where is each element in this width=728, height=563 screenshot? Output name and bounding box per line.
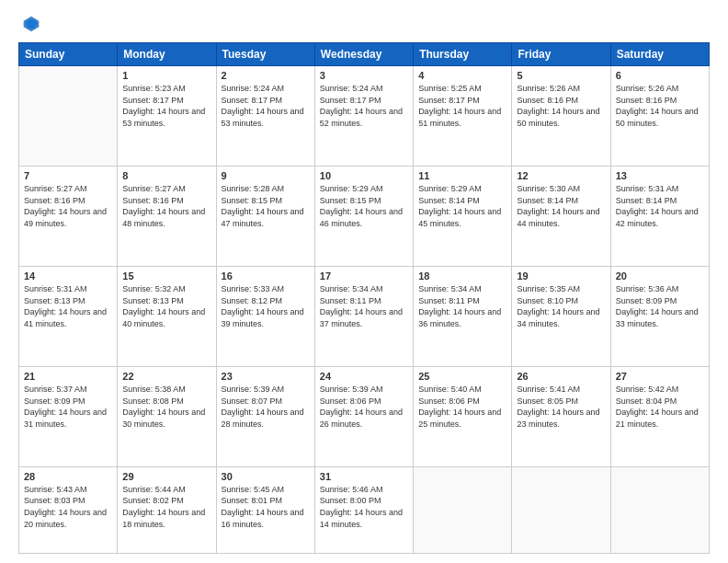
table-row: 6Sunrise: 5:26 AMSunset: 8:16 PMDaylight… [610,66,709,167]
day-info: Sunrise: 5:46 AMSunset: 8:00 PMDaylight:… [320,484,408,530]
table-row: 24Sunrise: 5:39 AMSunset: 8:06 PMDayligh… [314,366,413,466]
day-number: 28 [24,471,112,482]
table-row: 10Sunrise: 5:29 AMSunset: 8:15 PMDayligh… [314,166,413,266]
header-thursday: Thursday [414,43,512,66]
day-number: 14 [24,270,112,282]
table-row: 23Sunrise: 5:39 AMSunset: 8:07 PMDayligh… [216,366,314,466]
table-row: 4Sunrise: 5:25 AMSunset: 8:17 PMDaylight… [414,66,512,167]
table-row: 13Sunrise: 5:31 AMSunset: 8:14 PMDayligh… [610,166,709,266]
day-info: Sunrise: 5:29 AMSunset: 8:15 PMDaylight:… [320,183,408,229]
day-number: 21 [24,371,112,382]
day-info: Sunrise: 5:27 AMSunset: 8:16 PMDaylight:… [122,183,210,229]
day-info: Sunrise: 5:24 AMSunset: 8:17 PMDaylight:… [222,83,310,129]
table-row [512,466,610,553]
day-number: 6 [616,70,704,81]
day-number: 20 [616,270,704,282]
day-info: Sunrise: 5:34 AMSunset: 8:11 PMDaylight:… [418,283,506,329]
table-row: 17Sunrise: 5:34 AMSunset: 8:11 PMDayligh… [314,266,413,366]
day-info: Sunrise: 5:28 AMSunset: 8:15 PMDaylight:… [222,183,310,229]
table-row: 15Sunrise: 5:32 AMSunset: 8:13 PMDayligh… [118,266,216,366]
week-row-1: 1Sunrise: 5:23 AMSunset: 8:17 PMDaylight… [19,66,710,167]
day-info: Sunrise: 5:30 AMSunset: 8:14 PMDaylight:… [517,183,605,229]
table-row: 27Sunrise: 5:42 AMSunset: 8:04 PMDayligh… [610,366,709,466]
day-number: 15 [122,270,210,282]
table-row: 1Sunrise: 5:23 AMSunset: 8:17 PMDaylight… [118,66,216,167]
day-info: Sunrise: 5:32 AMSunset: 8:13 PMDaylight:… [122,283,210,329]
header-wednesday: Wednesday [314,43,413,66]
day-number: 22 [122,371,210,382]
day-number: 2 [222,70,310,81]
day-info: Sunrise: 5:43 AMSunset: 8:03 PMDaylight:… [24,484,112,530]
table-row [414,466,512,553]
day-number: 23 [222,371,310,382]
calendar-header-row: Sunday Monday Tuesday Wednesday Thursday… [19,43,710,66]
table-row: 20Sunrise: 5:36 AMSunset: 8:09 PMDayligh… [610,266,709,366]
week-row-2: 7Sunrise: 5:27 AMSunset: 8:16 PMDaylight… [19,166,710,266]
calendar: Sunday Monday Tuesday Wednesday Thursday… [18,42,710,554]
table-row: 19Sunrise: 5:35 AMSunset: 8:10 PMDayligh… [512,266,610,366]
table-row: 28Sunrise: 5:43 AMSunset: 8:03 PMDayligh… [19,466,118,553]
table-row: 16Sunrise: 5:33 AMSunset: 8:12 PMDayligh… [216,266,314,366]
day-info: Sunrise: 5:23 AMSunset: 8:17 PMDaylight:… [122,83,210,129]
day-number: 1 [122,70,210,81]
day-number: 16 [222,270,310,282]
week-row-3: 14Sunrise: 5:31 AMSunset: 8:13 PMDayligh… [19,266,710,366]
day-number: 8 [122,170,210,181]
week-row-4: 21Sunrise: 5:37 AMSunset: 8:09 PMDayligh… [19,366,710,466]
logo-text [18,15,42,33]
day-number: 19 [517,270,605,282]
day-info: Sunrise: 5:25 AMSunset: 8:17 PMDaylight:… [418,83,506,129]
table-row: 3Sunrise: 5:24 AMSunset: 8:17 PMDaylight… [314,66,413,167]
day-info: Sunrise: 5:24 AMSunset: 8:17 PMDaylight:… [320,83,408,129]
table-row: 7Sunrise: 5:27 AMSunset: 8:16 PMDaylight… [19,166,118,266]
day-info: Sunrise: 5:27 AMSunset: 8:16 PMDaylight:… [24,183,112,229]
table-row: 8Sunrise: 5:27 AMSunset: 8:16 PMDaylight… [118,166,216,266]
day-number: 18 [418,270,506,282]
day-number: 24 [320,371,408,382]
header-monday: Monday [118,43,216,66]
day-number: 11 [418,170,506,181]
table-row: 22Sunrise: 5:38 AMSunset: 8:08 PMDayligh… [118,366,216,466]
day-number: 26 [517,371,605,382]
day-info: Sunrise: 5:34 AMSunset: 8:11 PMDaylight:… [320,283,408,329]
header-sunday: Sunday [19,43,118,66]
table-row: 31Sunrise: 5:46 AMSunset: 8:00 PMDayligh… [314,466,413,553]
page: Sunday Monday Tuesday Wednesday Thursday… [0,0,728,563]
day-number: 9 [222,170,310,181]
logo-icon [22,15,40,33]
day-info: Sunrise: 5:31 AMSunset: 8:14 PMDaylight:… [616,183,704,229]
day-number: 27 [616,371,704,382]
table-row: 25Sunrise: 5:40 AMSunset: 8:06 PMDayligh… [414,366,512,466]
day-info: Sunrise: 5:41 AMSunset: 8:05 PMDaylight:… [517,384,605,430]
logo [18,15,42,33]
day-number: 4 [418,70,506,81]
day-info: Sunrise: 5:33 AMSunset: 8:12 PMDaylight:… [222,283,310,329]
day-info: Sunrise: 5:44 AMSunset: 8:02 PMDaylight:… [122,484,210,530]
header-saturday: Saturday [610,43,709,66]
table-row: 5Sunrise: 5:26 AMSunset: 8:16 PMDaylight… [512,66,610,167]
day-info: Sunrise: 5:40 AMSunset: 8:06 PMDaylight:… [418,384,506,430]
table-row: 11Sunrise: 5:29 AMSunset: 8:14 PMDayligh… [414,166,512,266]
table-row: 12Sunrise: 5:30 AMSunset: 8:14 PMDayligh… [512,166,610,266]
table-row [19,66,118,167]
header-tuesday: Tuesday [216,43,314,66]
day-info: Sunrise: 5:38 AMSunset: 8:08 PMDaylight:… [122,384,210,430]
table-row: 30Sunrise: 5:45 AMSunset: 8:01 PMDayligh… [216,466,314,553]
day-number: 10 [320,170,408,181]
table-row: 29Sunrise: 5:44 AMSunset: 8:02 PMDayligh… [118,466,216,553]
day-info: Sunrise: 5:39 AMSunset: 8:07 PMDaylight:… [222,384,310,430]
table-row: 26Sunrise: 5:41 AMSunset: 8:05 PMDayligh… [512,366,610,466]
day-number: 13 [616,170,704,181]
table-row [610,466,709,553]
day-info: Sunrise: 5:31 AMSunset: 8:13 PMDaylight:… [24,283,112,329]
day-info: Sunrise: 5:37 AMSunset: 8:09 PMDaylight:… [24,384,112,430]
day-number: 3 [320,70,408,81]
table-row: 18Sunrise: 5:34 AMSunset: 8:11 PMDayligh… [414,266,512,366]
day-number: 31 [320,471,408,482]
day-number: 25 [418,371,506,382]
day-info: Sunrise: 5:42 AMSunset: 8:04 PMDaylight:… [616,384,704,430]
day-info: Sunrise: 5:26 AMSunset: 8:16 PMDaylight:… [616,83,704,129]
day-info: Sunrise: 5:29 AMSunset: 8:14 PMDaylight:… [418,183,506,229]
day-info: Sunrise: 5:26 AMSunset: 8:16 PMDaylight:… [517,83,605,129]
header-friday: Friday [512,43,610,66]
